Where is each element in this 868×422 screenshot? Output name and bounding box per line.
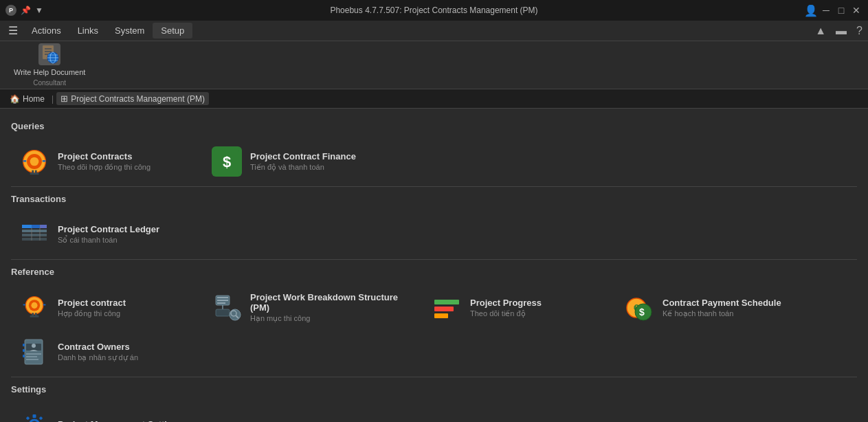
breadcrumb: 🏠 Home | ⊞ Project Contracts Management … [0,89,868,109]
menu-system[interactable]: System [107,23,153,38]
project-contract-finance-text: Project Contract Finance Tiến độ và than… [250,151,356,172]
project-wbs-title: Project Work Breakdown Structure (PM) [250,292,415,313]
titlebar-pin[interactable]: 📌 [21,5,31,15]
svg-rect-16 [43,160,46,162]
reference-cards: Project contract Hợp đồng thi công [11,287,857,329]
contract-payment-schedule-title: Contract Payment Schedule [663,298,781,308]
transactions-cards: Project Contract Ledger Sổ cái thanh toá… [11,214,857,255]
svg-rect-55 [26,356,37,357]
reference-section-header: Reference [11,267,857,280]
svg-rect-66 [26,417,30,421]
queries-cards: Project Contracts Theo dõi hợp đồng thi … [11,141,857,182]
project-contract-ref-title: Project contract [58,298,126,308]
card-project-management-settings[interactable]: Project Management Settings [11,404,203,422]
svg-rect-57 [23,344,25,346]
svg-rect-46 [434,313,448,318]
project-contract-finance-title: Project Contract Finance [250,151,356,162]
menu-links[interactable]: Links [69,23,107,38]
contract-owners-text: Contract Owners Danh bạ nhân sự dự án [58,342,138,362]
svg-rect-2 [45,51,52,52]
project-contract-text: Project contract Hợp đồng thi công [58,298,126,318]
svg-rect-59 [23,355,25,357]
menu-actions[interactable]: Actions [23,23,69,38]
close-button[interactable]: ✕ [850,4,863,16]
hamburger-menu[interactable]: ☰ [3,21,23,40]
svg-rect-51 [25,340,43,364]
project-progress-text: Project Progress Theo dõi tiến độ [470,298,542,318]
project-contract-icon [19,293,49,323]
project-management-settings-title: Project Management Settings [58,419,183,423]
write-help-button[interactable]: Write Help Document Consultant [8,41,91,89]
breadcrumb-separator: | [52,94,54,104]
project-contract-ledger-sub: Sổ cái thanh toán [58,236,159,245]
breadcrumb-home[interactable]: 🏠 Home [5,93,49,105]
project-wbs-text: Project Work Breakdown Structure (PM) Hạ… [250,292,415,323]
minimize-button[interactable]: ─ [820,4,832,16]
main-content: Queries Project Contracts Theo dõi hợp đ… [0,109,868,422]
svg-rect-1 [45,48,52,49]
toolbar: Write Help Document Consultant [0,41,868,89]
menu-setup[interactable]: Setup [153,23,192,38]
user-icon[interactable]: 👤 [805,4,817,16]
help-icon[interactable]: ? [854,23,865,38]
card-project-wbs[interactable]: Project Work Breakdown Structure (PM) Hạ… [203,287,423,329]
project-contract-finance-icon: $ [212,146,242,177]
project-progress-title: Project Progress [470,298,542,308]
svg-rect-14 [30,173,39,175]
svg-point-29 [31,302,37,308]
project-management-settings-text: Project Management Settings [58,419,183,423]
svg-rect-21 [22,234,47,236]
maximize-button[interactable]: □ [835,4,847,16]
svg-rect-45 [434,307,454,311]
menubar: ☰ Actions Links System Setup ▲ ▬ ? [0,21,868,41]
svg-rect-40 [216,309,230,316]
settings-divider [11,377,857,377]
contract-payment-schedule-icon: € $ [624,293,654,323]
svg-rect-33 [23,304,26,305]
card-project-contract-finance[interactable]: $ Project Contract Finance Tiến độ và th… [203,141,396,182]
card-contract-payment-schedule[interactable]: € $ Contract Payment Schedule Kế hoạch t… [616,287,808,329]
project-contract-ref-sub: Hợp đồng thi công [58,309,126,318]
write-help-icon [38,43,60,65]
svg-rect-56 [26,359,38,360]
card-project-contract-ledger[interactable]: Project Contract Ledger Sổ cái thanh toá… [11,214,203,255]
svg-rect-36 [217,297,228,298]
svg-rect-22 [22,238,47,241]
svg-point-53 [32,344,36,348]
reference-owners-row: Contract Owners Danh bạ nhân sự dự án [11,331,857,373]
write-help-label: Write Help Document [14,68,85,76]
card-project-contracts[interactable]: Project Contracts Theo dõi hợp đồng thi … [11,141,203,182]
collapse-icon[interactable]: ▲ [812,23,829,38]
settings-cards: Project Management Settings [11,404,857,422]
svg-text:$: $ [639,307,645,318]
svg-rect-38 [217,302,225,304]
project-contracts-icon [19,146,49,177]
card-project-progress[interactable]: Project Progress Theo dõi tiến độ [423,287,616,329]
breadcrumb-pm-label: Project Contracts Management (PM) [71,94,205,104]
titlebar-controls: 👤 ─ □ ✕ [805,4,863,16]
queries-section-header: Queries [11,121,857,134]
titlebar-arrow[interactable]: ▼ [35,5,43,15]
breadcrumb-pm[interactable]: ⊞ Project Contracts Management (PM) [56,92,209,105]
project-contract-ledger-text: Project Contract Ledger Sổ cái thanh toá… [58,224,159,245]
write-help-sub: Consultant [33,79,66,87]
breadcrumb-pm-icon: ⊞ [60,93,68,104]
window-icon[interactable]: ▬ [833,23,849,38]
card-contract-owners[interactable]: Contract Owners Danh bạ nhân sự dự án [11,331,203,373]
project-contract-ledger-icon [19,219,49,249]
contract-owners-title: Contract Owners [58,342,138,352]
menubar-right: ▲ ▬ ? [812,23,865,38]
svg-point-11 [30,157,39,166]
contract-owners-icon [19,337,49,367]
project-management-settings-icon [19,410,49,422]
project-wbs-sub: Hạn mục thi công [250,314,415,323]
titlebar-title: Phoebus 4.7.7.507: Project Contracts Man… [330,5,537,15]
svg-rect-62 [33,414,36,418]
project-progress-icon [432,293,462,323]
svg-text:$: $ [223,153,231,170]
project-contract-ledger-title: Project Contract Ledger [58,224,159,234]
card-project-contract[interactable]: Project contract Hợp đồng thi công [11,287,203,329]
contract-payment-schedule-text: Contract Payment Schedule Kế hoạch thanh… [663,298,781,318]
titlebar: P 📌 ▼ Phoebus 4.7.7.507: Project Contrac… [0,0,868,21]
contract-payment-schedule-sub: Kế hoạch thanh toán [663,309,781,318]
